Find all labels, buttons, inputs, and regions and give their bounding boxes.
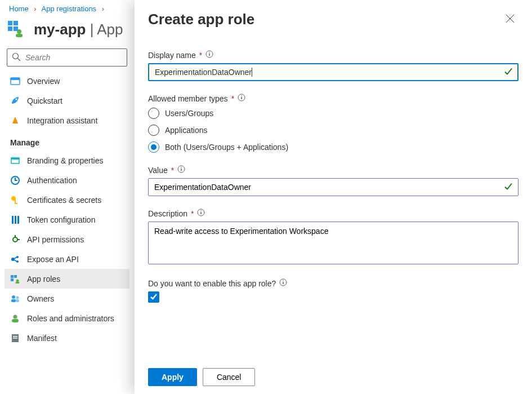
svg-point-46	[209, 52, 210, 53]
page-title-suffix: | App	[86, 21, 123, 38]
search-input[interactable]	[25, 53, 122, 62]
sidebar-section-manage: Manage	[5, 130, 129, 150]
value-input[interactable]	[148, 178, 518, 196]
sidebar-item-label: Authentication	[27, 176, 77, 185]
svg-rect-19	[17, 216, 19, 224]
radio-both[interactable]: Both (Users/Groups + Applications)	[148, 141, 518, 153]
radio-users-groups[interactable]: Users/Groups	[148, 108, 518, 119]
value-label: Value	[148, 166, 168, 175]
svg-rect-18	[15, 216, 16, 224]
sidebar: Overview Quickstart Integration assistan…	[0, 48, 132, 348]
svg-point-31	[16, 280, 19, 282]
sidebar-item-label: Certificates & secrets	[27, 196, 101, 205]
svg-point-33	[12, 295, 15, 299]
flyout-title: Create app role	[148, 11, 254, 28]
sidebar-item-label: Overview	[27, 77, 60, 86]
breadcrumb-app-regs[interactable]: App registrations	[42, 5, 97, 13]
sidebar-item-authentication[interactable]: Authentication	[5, 170, 129, 190]
svg-rect-32	[16, 282, 20, 284]
svg-line-27	[14, 260, 17, 262]
sidebar-item-label: App roles	[27, 275, 60, 284]
page-title: my-app | App	[34, 21, 123, 38]
description-input[interactable]	[148, 222, 518, 264]
sidebar-item-token[interactable]: Token configuration	[5, 210, 129, 229]
required-indicator: *	[171, 166, 174, 175]
validation-check-icon	[504, 67, 513, 78]
apply-button[interactable]: Apply	[148, 368, 197, 386]
member-types-label: Allowed member types	[148, 94, 228, 103]
radio-applications[interactable]: Applications	[148, 125, 518, 136]
radio-icon	[148, 108, 159, 119]
required-indicator: *	[231, 94, 234, 103]
expose-api-icon	[10, 254, 20, 264]
svg-line-26	[14, 257, 17, 259]
sidebar-item-owners[interactable]: Owners	[5, 289, 129, 308]
radio-label: Users/Groups	[165, 109, 213, 118]
flyout-header: Create app role	[135, 0, 532, 33]
svg-rect-17	[12, 216, 14, 224]
sidebar-item-branding[interactable]: Branding & properties	[5, 150, 129, 170]
info-icon[interactable]	[177, 165, 185, 175]
enable-label: Do you want to enable this app role?	[148, 279, 276, 288]
overview-icon	[10, 76, 20, 86]
sidebar-item-api-permissions[interactable]: API permissions	[5, 229, 129, 249]
breadcrumb-sep: ›	[102, 5, 104, 13]
app-name: my-app	[34, 21, 86, 38]
field-description: Description *	[148, 209, 518, 266]
sidebar-item-manifest[interactable]: Manifest	[5, 328, 129, 348]
sidebar-item-roles-admins[interactable]: Roles and administrators	[5, 308, 129, 328]
search-icon	[12, 52, 21, 63]
breadcrumb-home[interactable]: Home	[9, 5, 29, 13]
app-roles-icon	[10, 274, 20, 284]
display-name-input[interactable]: ExperimentationDataOwner	[148, 63, 518, 81]
svg-point-37	[14, 315, 17, 319]
flyout-body: Display name * ExperimentationDataOwner …	[135, 33, 532, 360]
sidebar-item-label: Branding & properties	[27, 156, 103, 165]
info-icon[interactable]	[197, 209, 205, 218]
svg-point-10	[16, 99, 17, 100]
svg-rect-28	[11, 275, 14, 278]
enable-checkbox[interactable]	[148, 291, 159, 303]
sidebar-item-quickstart[interactable]: Quickstart	[5, 91, 129, 110]
radio-icon	[148, 141, 159, 153]
info-icon[interactable]	[238, 94, 245, 103]
check-icon	[150, 293, 158, 302]
sidebar-item-expose-api[interactable]: Expose an API	[5, 249, 129, 269]
cancel-button[interactable]: Cancel	[203, 368, 256, 386]
branding-icon	[10, 156, 20, 166]
search-input-wrap[interactable]	[7, 48, 127, 67]
sidebar-item-label: Owners	[27, 294, 54, 303]
info-icon[interactable]	[279, 278, 287, 288]
owners-icon	[10, 294, 20, 304]
svg-point-35	[16, 296, 19, 299]
svg-rect-0	[8, 21, 12, 25]
authentication-icon	[10, 175, 20, 185]
close-button[interactable]	[502, 10, 518, 29]
svg-rect-5	[16, 34, 23, 37]
svg-rect-12	[11, 158, 19, 160]
sidebar-item-app-roles[interactable]: App roles	[5, 269, 129, 289]
sidebar-item-integration[interactable]: Integration assistant	[5, 110, 129, 130]
required-indicator: *	[199, 51, 202, 60]
radio-label: Both (Users/Groups + Applications)	[165, 143, 288, 152]
svg-rect-40	[13, 336, 17, 337]
text-caret	[252, 68, 252, 77]
sidebar-item-overview[interactable]: Overview	[5, 71, 129, 91]
svg-rect-34	[11, 299, 16, 302]
svg-point-23	[11, 258, 15, 261]
svg-point-49	[241, 95, 242, 96]
display-name-value: ExperimentationDataOwner	[155, 68, 252, 77]
info-icon[interactable]	[205, 50, 213, 60]
sidebar-item-certificates[interactable]: Certificates & secrets	[5, 190, 129, 210]
svg-point-55	[201, 210, 202, 211]
token-icon	[10, 215, 20, 225]
sidebar-item-label: Token configuration	[27, 215, 95, 224]
flyout-create-app-role: Create app role Display name * Experimen…	[135, 0, 532, 394]
svg-point-4	[17, 29, 21, 34]
svg-rect-30	[11, 278, 14, 281]
svg-rect-1	[14, 21, 18, 25]
svg-rect-9	[11, 78, 20, 80]
field-member-types: Allowed member types * Users/Groups Appl…	[148, 94, 518, 153]
svg-point-20	[13, 237, 17, 242]
integration-icon	[10, 116, 20, 126]
